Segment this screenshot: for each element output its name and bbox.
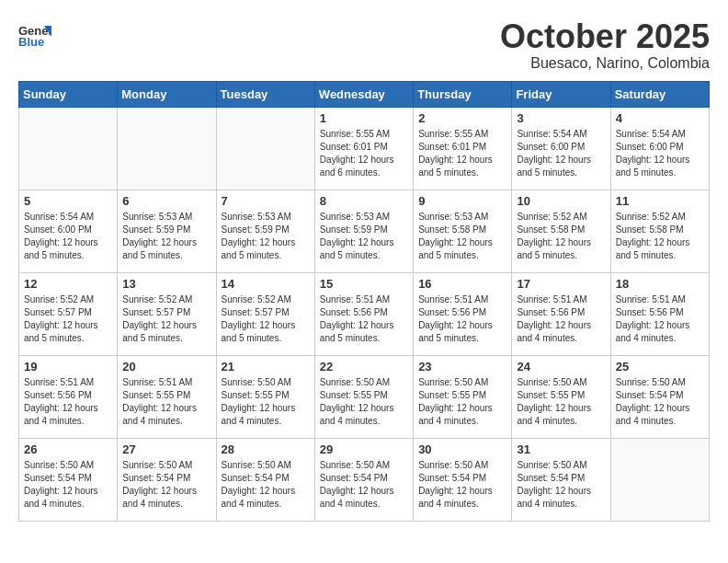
calendar-cell: 14Sunrise: 5:52 AM Sunset: 5:57 PM Dayli… bbox=[216, 272, 314, 355]
day-number: 10 bbox=[517, 194, 605, 208]
calendar-cell: 16Sunrise: 5:51 AM Sunset: 5:56 PM Dayli… bbox=[414, 272, 512, 355]
day-number: 21 bbox=[222, 360, 310, 373]
day-number: 11 bbox=[616, 194, 704, 208]
weekday-header-row: SundayMondayTuesdayWednesdayThursdayFrid… bbox=[19, 81, 710, 107]
day-number: 1 bbox=[320, 111, 408, 125]
day-info: Sunrise: 5:51 AM Sunset: 5:56 PM Dayligh… bbox=[517, 293, 605, 345]
day-info: Sunrise: 5:50 AM Sunset: 5:54 PM Dayligh… bbox=[320, 459, 408, 511]
week-row-5: 26Sunrise: 5:50 AM Sunset: 5:54 PM Dayli… bbox=[19, 438, 710, 521]
calendar-cell: 23Sunrise: 5:50 AM Sunset: 5:55 PM Dayli… bbox=[414, 355, 512, 438]
week-row-4: 19Sunrise: 5:51 AM Sunset: 5:56 PM Dayli… bbox=[19, 355, 710, 438]
day-number: 4 bbox=[616, 111, 704, 125]
day-number: 3 bbox=[517, 111, 605, 125]
day-info: Sunrise: 5:53 AM Sunset: 5:59 PM Dayligh… bbox=[122, 211, 210, 262]
calendar-cell: 3Sunrise: 5:54 AM Sunset: 6:00 PM Daylig… bbox=[512, 107, 610, 190]
calendar-cell: 18Sunrise: 5:51 AM Sunset: 5:56 PM Dayli… bbox=[610, 272, 709, 355]
day-info: Sunrise: 5:50 AM Sunset: 5:55 PM Dayligh… bbox=[418, 376, 506, 428]
calendar-cell bbox=[216, 107, 314, 190]
day-number: 8 bbox=[320, 194, 408, 208]
calendar-cell: 31Sunrise: 5:50 AM Sunset: 5:54 PM Dayli… bbox=[512, 438, 610, 521]
day-info: Sunrise: 5:51 AM Sunset: 5:55 PM Dayligh… bbox=[122, 376, 210, 428]
calendar-cell: 10Sunrise: 5:52 AM Sunset: 5:58 PM Dayli… bbox=[512, 190, 610, 272]
calendar-cell: 27Sunrise: 5:50 AM Sunset: 5:54 PM Dayli… bbox=[118, 438, 216, 521]
week-row-2: 5Sunrise: 5:54 AM Sunset: 6:00 PM Daylig… bbox=[19, 190, 710, 272]
day-info: Sunrise: 5:51 AM Sunset: 5:56 PM Dayligh… bbox=[418, 293, 506, 345]
weekday-header-thursday: Thursday bbox=[414, 81, 512, 107]
calendar-cell: 21Sunrise: 5:50 AM Sunset: 5:55 PM Dayli… bbox=[216, 355, 314, 438]
day-number: 24 bbox=[517, 360, 605, 373]
calendar-cell: 25Sunrise: 5:50 AM Sunset: 5:54 PM Dayli… bbox=[610, 355, 709, 438]
day-info: Sunrise: 5:53 AM Sunset: 5:59 PM Dayligh… bbox=[320, 211, 408, 262]
calendar-cell: 7Sunrise: 5:53 AM Sunset: 5:59 PM Daylig… bbox=[216, 190, 314, 272]
weekday-header-wednesday: Wednesday bbox=[314, 81, 413, 107]
calendar-cell: 17Sunrise: 5:51 AM Sunset: 5:56 PM Dayli… bbox=[512, 272, 610, 355]
day-number: 25 bbox=[616, 360, 704, 373]
calendar-cell: 6Sunrise: 5:53 AM Sunset: 5:59 PM Daylig… bbox=[118, 190, 216, 272]
calendar-cell: 29Sunrise: 5:50 AM Sunset: 5:54 PM Dayli… bbox=[314, 438, 413, 521]
day-number: 26 bbox=[24, 442, 112, 456]
day-info: Sunrise: 5:52 AM Sunset: 5:58 PM Dayligh… bbox=[517, 211, 605, 262]
day-number: 29 bbox=[320, 442, 408, 456]
day-info: Sunrise: 5:54 AM Sunset: 6:00 PM Dayligh… bbox=[517, 128, 605, 179]
day-info: Sunrise: 5:51 AM Sunset: 5:56 PM Dayligh… bbox=[320, 293, 408, 345]
calendar-cell: 13Sunrise: 5:52 AM Sunset: 5:57 PM Dayli… bbox=[118, 272, 216, 355]
day-info: Sunrise: 5:50 AM Sunset: 5:55 PM Dayligh… bbox=[222, 376, 310, 428]
day-info: Sunrise: 5:51 AM Sunset: 5:56 PM Dayligh… bbox=[616, 293, 704, 345]
day-info: Sunrise: 5:52 AM Sunset: 5:57 PM Dayligh… bbox=[122, 293, 210, 345]
day-info: Sunrise: 5:50 AM Sunset: 5:54 PM Dayligh… bbox=[616, 376, 704, 428]
day-number: 5 bbox=[24, 194, 112, 208]
day-number: 20 bbox=[122, 360, 210, 373]
calendar-cell: 5Sunrise: 5:54 AM Sunset: 6:00 PM Daylig… bbox=[19, 190, 118, 272]
day-info: Sunrise: 5:50 AM Sunset: 5:55 PM Dayligh… bbox=[320, 376, 408, 428]
day-number: 6 bbox=[122, 194, 210, 208]
day-info: Sunrise: 5:52 AM Sunset: 5:57 PM Dayligh… bbox=[222, 293, 310, 345]
day-info: Sunrise: 5:50 AM Sunset: 5:55 PM Dayligh… bbox=[517, 376, 605, 428]
day-info: Sunrise: 5:52 AM Sunset: 5:57 PM Dayligh… bbox=[24, 293, 112, 345]
calendar-cell bbox=[19, 107, 118, 190]
day-info: Sunrise: 5:53 AM Sunset: 5:59 PM Dayligh… bbox=[222, 211, 310, 262]
calendar-cell: 11Sunrise: 5:52 AM Sunset: 5:58 PM Dayli… bbox=[610, 190, 709, 272]
day-info: Sunrise: 5:51 AM Sunset: 5:56 PM Dayligh… bbox=[24, 376, 112, 428]
day-number: 2 bbox=[418, 111, 506, 125]
calendar-cell: 22Sunrise: 5:50 AM Sunset: 5:55 PM Dayli… bbox=[314, 355, 413, 438]
day-number: 12 bbox=[24, 277, 112, 291]
month-title: October 2025 bbox=[500, 18, 710, 55]
week-row-1: 1Sunrise: 5:55 AM Sunset: 6:01 PM Daylig… bbox=[19, 107, 710, 190]
day-number: 23 bbox=[418, 360, 506, 373]
day-number: 31 bbox=[517, 442, 605, 456]
day-number: 19 bbox=[24, 360, 112, 373]
day-number: 30 bbox=[418, 442, 506, 456]
calendar-cell bbox=[118, 107, 216, 190]
logo: General Blue bbox=[18, 18, 55, 52]
calendar-cell: 30Sunrise: 5:50 AM Sunset: 5:54 PM Dayli… bbox=[414, 438, 512, 521]
day-number: 22 bbox=[320, 360, 408, 373]
day-number: 27 bbox=[122, 442, 210, 456]
calendar-cell: 2Sunrise: 5:55 AM Sunset: 6:01 PM Daylig… bbox=[414, 107, 512, 190]
calendar-cell: 8Sunrise: 5:53 AM Sunset: 5:59 PM Daylig… bbox=[314, 190, 413, 272]
calendar-cell: 20Sunrise: 5:51 AM Sunset: 5:55 PM Dayli… bbox=[118, 355, 216, 438]
calendar-cell: 26Sunrise: 5:50 AM Sunset: 5:54 PM Dayli… bbox=[19, 438, 118, 521]
calendar-table: SundayMondayTuesdayWednesdayThursdayFrid… bbox=[18, 81, 710, 522]
day-info: Sunrise: 5:50 AM Sunset: 5:54 PM Dayligh… bbox=[24, 459, 112, 511]
day-info: Sunrise: 5:50 AM Sunset: 5:54 PM Dayligh… bbox=[122, 459, 210, 511]
calendar-cell: 19Sunrise: 5:51 AM Sunset: 5:56 PM Dayli… bbox=[19, 355, 118, 438]
weekday-header-tuesday: Tuesday bbox=[216, 81, 314, 107]
title-block: October 2025 Buesaco, Narino, Colombia bbox=[500, 18, 710, 72]
day-number: 13 bbox=[122, 277, 210, 291]
day-number: 16 bbox=[418, 277, 506, 291]
day-info: Sunrise: 5:50 AM Sunset: 5:54 PM Dayligh… bbox=[222, 459, 310, 511]
weekday-header-friday: Friday bbox=[512, 81, 610, 107]
calendar-cell: 28Sunrise: 5:50 AM Sunset: 5:54 PM Dayli… bbox=[216, 438, 314, 521]
day-info: Sunrise: 5:55 AM Sunset: 6:01 PM Dayligh… bbox=[418, 128, 506, 179]
day-number: 28 bbox=[222, 442, 310, 456]
svg-text:Blue: Blue bbox=[18, 35, 44, 49]
week-row-3: 12Sunrise: 5:52 AM Sunset: 5:57 PM Dayli… bbox=[19, 272, 710, 355]
day-number: 17 bbox=[517, 277, 605, 291]
weekday-header-saturday: Saturday bbox=[610, 81, 709, 107]
day-number: 15 bbox=[320, 277, 408, 291]
weekday-header-monday: Monday bbox=[118, 81, 216, 107]
calendar-cell: 24Sunrise: 5:50 AM Sunset: 5:55 PM Dayli… bbox=[512, 355, 610, 438]
calendar-cell: 4Sunrise: 5:54 AM Sunset: 6:00 PM Daylig… bbox=[610, 107, 709, 190]
day-number: 7 bbox=[222, 194, 310, 208]
day-info: Sunrise: 5:50 AM Sunset: 5:54 PM Dayligh… bbox=[517, 459, 605, 511]
